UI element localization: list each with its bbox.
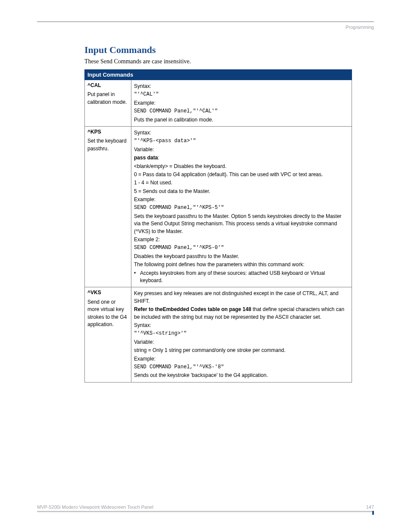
vks-refer-bold: Refer to theEmbedded Codes table on page… (134, 306, 251, 312)
cal-result: Puts the panel in calibration mode. (134, 116, 349, 124)
cmd-kps-name: ^KPS (87, 128, 128, 136)
table-row: ^VKS Send one or more virtual key stroke… (85, 287, 352, 382)
syntax-label: Syntax: (134, 322, 349, 329)
commands-table: Input Commands ^CAL Put panel in calibra… (84, 69, 352, 383)
vks-var-string: string = Only 1 string per command/only … (134, 347, 349, 354)
kps-example2: SEND COMMAND Panel,"'^KPS-0'" (134, 244, 349, 252)
passdata-label: pass data (134, 155, 158, 161)
example-label: Example: (134, 355, 349, 363)
vks-note1: Key presses and key releases are not dis… (134, 290, 349, 305)
vks-result: Sends out the keystroke 'backspace' to t… (134, 372, 349, 379)
kps-syntax: "'^KPS-<pass data>'" (134, 137, 349, 145)
footer-left: MVP-5200i Modero Viewpoint Widescreen To… (37, 504, 153, 510)
kps-var-5: 5 = Sends out data to the Master. (134, 188, 349, 195)
page-number: 147 (366, 504, 374, 510)
vks-syntax: "'^VKS-<string>'" (134, 330, 349, 337)
cal-syntax: "'^CAL'" (134, 91, 349, 98)
cal-example: SEND COMMAND Panel,"'^CAL'" (134, 108, 349, 115)
cmd-kps-desc: Set the keyboard passthru. (87, 137, 128, 152)
cmd-cal-name: ^CAL (87, 82, 128, 89)
vks-example: SEND COMMAND Panel,"'^VKS-'8" (134, 364, 349, 371)
kps-var-blank: <blank/empty> = Disables the keyboard. (134, 163, 349, 170)
variable-label: Variable: (134, 146, 349, 153)
kps-following: The following point defines how the para… (134, 261, 349, 268)
header-section: Programming (37, 25, 374, 30)
kps-result2: Disables the keyboard passthru to the Ma… (134, 253, 349, 260)
kps-example: SEND COMMAND Panel,"'^KPS-5'" (134, 204, 349, 212)
syntax-label: Syntax: (134, 129, 349, 137)
intro-text: These Send Commands are case insensitive… (84, 58, 374, 65)
cmd-cal-desc: Put panel in calibration mode. (87, 91, 128, 106)
example-label: Example: (134, 196, 349, 203)
cmd-vks-desc: Send one or more virtual key strokes to … (87, 299, 128, 329)
syntax-label: Syntax: (134, 83, 349, 90)
example-label: Example: (134, 100, 349, 107)
example2-label: Example 2: (134, 236, 349, 243)
kps-result: Sets the keyboard passthru to the Master… (134, 213, 349, 235)
variable-label: Variable: (134, 339, 349, 346)
table-header: Input Commands (85, 70, 352, 80)
page-title: Input Commands (84, 44, 374, 56)
cmd-vks-name: ^VKS (87, 289, 128, 296)
passdata-colon: : (158, 155, 159, 161)
table-row: ^KPS Set the keyboard passthru. Syntax: … (85, 126, 352, 287)
kps-var-0: 0 = Pass data to G4 application (default… (134, 171, 349, 178)
kps-bullet: Accepts keystrokes from any of these sou… (140, 270, 349, 285)
bullet-icon: • (134, 270, 140, 285)
table-row: ^CAL Put panel in calibration mode. Synt… (85, 80, 352, 127)
kps-var-14: 1 - 4 = Not used. (134, 179, 349, 187)
